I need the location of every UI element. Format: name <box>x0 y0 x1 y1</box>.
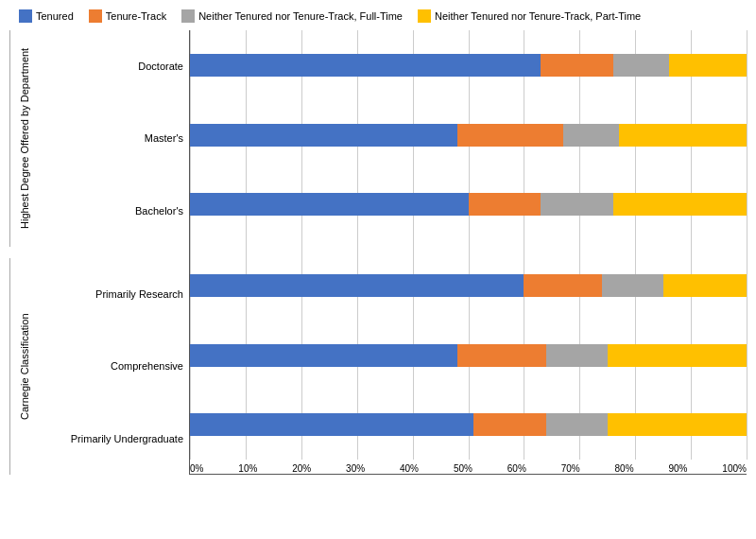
bar-label: Primarily Undergraduate <box>38 403 189 475</box>
x-axis-label: 10% <box>238 463 257 474</box>
bar-segment <box>613 54 669 77</box>
bar-labels: Primarily ResearchComprehensivePrimarily… <box>38 258 189 475</box>
bar <box>190 54 747 77</box>
x-axis-label: 90% <box>668 463 687 474</box>
bar-segment <box>190 54 541 77</box>
bars-area <box>190 30 747 460</box>
chart-container: TenuredTenure-TrackNeither Tenured nor T… <box>0 0 756 539</box>
x-axis-label: 20% <box>292 463 311 474</box>
bar-label: Primarily Research <box>38 258 189 330</box>
bar-segment <box>457 344 546 367</box>
legend-item: Tenure-Track <box>89 9 166 23</box>
legend: TenuredTenure-TrackNeither Tenured nor T… <box>9 9 747 23</box>
bar-segment <box>619 124 747 147</box>
bar-segment <box>190 344 457 367</box>
bar <box>190 193 747 216</box>
group-title: Carnegie Classification <box>9 258 38 475</box>
bar-segment <box>608 413 747 436</box>
bar-segment <box>563 124 619 147</box>
x-axis-label: 0% <box>190 463 203 474</box>
bar-row <box>190 30 747 100</box>
bar-row <box>190 321 747 391</box>
x-axis-label: 80% <box>615 463 634 474</box>
group-title: Highest Degree Offered by Department <box>9 30 38 247</box>
bar-segment <box>524 274 601 297</box>
legend-swatch <box>418 9 431 23</box>
bar-segment <box>669 54 747 77</box>
legend-item: Tenured <box>19 9 74 23</box>
bar-segment <box>608 344 747 367</box>
bar-row <box>190 251 747 321</box>
bar <box>190 344 747 367</box>
bar-segment <box>546 413 608 436</box>
legend-swatch <box>89 9 102 23</box>
bar-label: Bachelor's <box>38 175 189 247</box>
bar <box>190 124 747 147</box>
bar-segment <box>190 124 457 147</box>
left-column: Highest Degree Offered by DepartmentDoct… <box>9 30 189 475</box>
bar-segment <box>190 274 524 297</box>
group-left-row: Carnegie ClassificationPrimarily Researc… <box>9 258 189 475</box>
bar-segment <box>613 193 747 216</box>
legend-swatch <box>19 9 32 23</box>
legend-label: Neither Tenured nor Tenure-Track, Part-T… <box>435 10 641 22</box>
bar-label: Doctorate <box>38 30 189 102</box>
grid-line <box>747 30 747 460</box>
bar-segment <box>602 274 663 297</box>
legend-label: Neither Tenured nor Tenure-Track, Full-T… <box>198 10 403 22</box>
x-axis-labels: 0%10%20%30%40%50%60%70%80%90%100% <box>190 461 747 474</box>
group-separator <box>190 239 747 251</box>
legend-item: Neither Tenured nor Tenure-Track, Part-T… <box>418 9 641 23</box>
bar-labels: DoctorateMaster'sBachelor's <box>38 30 189 247</box>
bar-row <box>190 100 747 170</box>
chart-area: Highest Degree Offered by DepartmentDoct… <box>9 30 747 475</box>
bar-label: Comprehensive <box>38 330 189 402</box>
bar-segment <box>457 124 563 147</box>
legend-label: Tenured <box>36 10 74 22</box>
bar <box>190 274 747 297</box>
bar-row <box>190 169 747 239</box>
bar-segment <box>541 54 613 77</box>
bar-segment <box>663 274 747 297</box>
bar-segment <box>473 413 546 436</box>
x-axis-label: 30% <box>346 463 365 474</box>
bar-segment <box>190 193 469 216</box>
x-axis-label: 100% <box>722 463 747 474</box>
bar-row <box>190 390 747 460</box>
legend-label: Tenure-Track <box>106 10 166 22</box>
legend-item: Neither Tenured nor Tenure-Track, Full-T… <box>181 9 403 23</box>
bar-label: Master's <box>38 102 189 174</box>
legend-swatch <box>181 9 195 23</box>
bar-segment <box>541 193 613 216</box>
bars-column: 0%10%20%30%40%50%60%70%80%90%100% <box>189 30 747 475</box>
bar-segment <box>546 344 608 367</box>
x-axis-label: 60% <box>507 463 526 474</box>
group-left-row: Highest Degree Offered by DepartmentDoct… <box>9 30 189 247</box>
bar <box>190 413 747 436</box>
bar-segment <box>469 193 541 216</box>
x-axis-label: 50% <box>454 463 472 474</box>
bar-segment <box>190 413 473 436</box>
x-axis-label: 70% <box>561 463 580 474</box>
x-axis-label: 40% <box>400 463 419 474</box>
